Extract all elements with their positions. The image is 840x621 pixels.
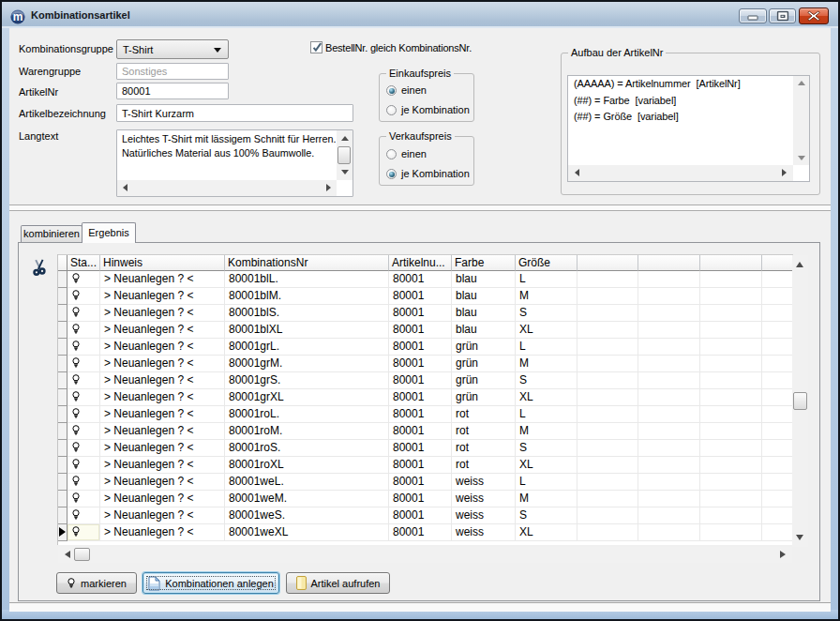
svg-text:m: m [13, 10, 23, 23]
